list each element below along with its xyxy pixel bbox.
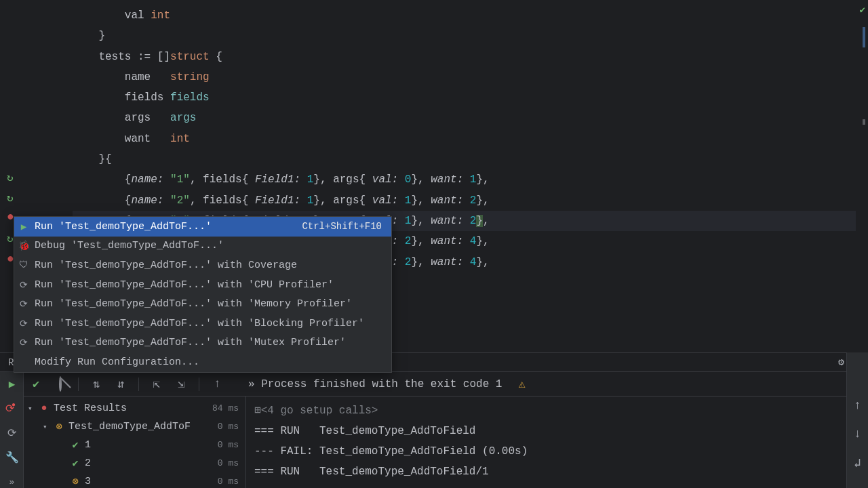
play-green-icon: ▶ (18, 221, 29, 232)
toggle-auto-icon[interactable]: ⟳ (0, 421, 24, 445)
clock-gray-icon: ⟳ (18, 298, 29, 310)
fail-icon: ⊗ (68, 475, 82, 488)
separator (78, 378, 79, 391)
analysis-ok-icon[interactable]: ✔ (860, 4, 865, 16)
tree-test[interactable]: ⊗ 3 0 ms (24, 472, 245, 488)
run-context-menu: ▶Run 'Test_demoType_AddToF...'Ctrl+Shift… (14, 216, 392, 373)
sort-icon[interactable]: ⇅ (90, 377, 103, 391)
prev-icon[interactable]: ↑ (210, 378, 224, 390)
fail-icon: ● (37, 403, 51, 414)
run-gutter-icon[interactable] (7, 171, 18, 182)
pass-icon: ✔ (68, 457, 82, 470)
run-gutter-icon[interactable] (7, 191, 18, 202)
context-menu-item[interactable]: ▶Run 'Test_demoType_AddToF...'Ctrl+Shift… (14, 217, 391, 237)
sort-alpha-icon[interactable]: ⇵ (114, 377, 127, 391)
menu-shortcut: Ctrl+Shift+F10 (302, 221, 382, 232)
menu-item-label: Run 'Test_demoType_AddToF...' with Cover… (35, 260, 382, 271)
menu-item-label: Run 'Test_demoType_AddToF...' with 'CPU … (35, 279, 382, 291)
wrench-icon[interactable]: 🔧 (0, 445, 24, 470)
editor-right-rail: ✔ (856, 0, 868, 352)
menu-item-label: Modify Run Configuration... (35, 357, 382, 368)
shield-gray-icon: 🛡 (18, 260, 29, 270)
bug-red-icon: 🐞 (18, 240, 29, 251)
context-menu-item[interactable]: Modify Run Configuration... (14, 352, 391, 372)
separator (138, 378, 139, 391)
arrow-up-icon[interactable]: ↑ (854, 399, 861, 412)
minimap-marker[interactable] (863, 27, 865, 47)
more-icon[interactable]: » (0, 470, 24, 488)
rerun-failed-icon[interactable]: ⟳● (0, 396, 24, 421)
menu-item-label: Run 'Test_demoType_AddToF...' with 'Mute… (35, 337, 382, 348)
menu-item-label: Run 'Test_demoType_AddToF...' with 'Bloc… (35, 318, 382, 329)
chevron-down-icon[interactable]: ▾ (43, 422, 52, 431)
tree-test[interactable]: ✔ 2 0 ms (24, 454, 245, 472)
test-toolbar: ✔ ⇅ ⇵ ⇱ ⇲ ↑ » Process finished with the … (24, 372, 868, 396)
menu-item-label: Run 'Test_demoType_AddToF...' (35, 221, 296, 232)
clock-gray-icon: ⟳ (18, 337, 29, 348)
context-menu-item[interactable]: ⟳Run 'Test_demoType_AddToF...' with 'Mut… (14, 333, 391, 353)
arrow-down-icon[interactable]: ↓ (854, 427, 861, 441)
warning-icon: ⚠ (518, 377, 525, 391)
fail-icon: ⊗ (52, 420, 66, 433)
context-menu-item[interactable]: ⟳Run 'Test_demoType_AddToF...' with 'Blo… (14, 314, 391, 333)
expand-icon[interactable]: ⇱ (150, 377, 163, 391)
minimap-marker[interactable] (863, 119, 865, 125)
pass-icon: ✔ (68, 439, 82, 451)
show-ignored-icon[interactable] (54, 378, 67, 390)
toolwindow-right-rail: ↑ ↓ ↲ (846, 352, 868, 488)
tree-root[interactable]: ▾ ● Test Results 84 ms (24, 399, 245, 418)
test-tree[interactable]: ▾ ● Test Results 84 ms ▾ ⊗ Test_demoType… (24, 396, 246, 488)
context-menu-item[interactable]: ⟳Run 'Test_demoType_AddToF...' with 'CPU… (14, 275, 391, 295)
collapse-icon[interactable]: ⇲ (174, 377, 188, 391)
run-toolwindow: R ⚙ — ▶ ⟳● ⟳ 🔧 » ✔ ⇅ ⇵ ⇱ ⇲ ↑ » Process f… (0, 352, 868, 488)
chevron-down-icon[interactable]: ▾ (28, 404, 37, 413)
show-passed-icon[interactable]: ✔ (29, 377, 43, 391)
menu-item-label: Run 'Test_demoType_AddToF...' with 'Memo… (35, 298, 382, 310)
tree-test[interactable]: ✔ 1 0 ms (24, 436, 245, 454)
process-status: » Process finished with the exit code 1 (248, 378, 502, 390)
rerun-icon[interactable]: ▶ (0, 372, 24, 396)
clock-gray-icon: ⟳ (18, 318, 29, 329)
context-menu-item[interactable]: 🛡Run 'Test_demoType_AddToF...' with Cove… (14, 256, 391, 275)
tree-suite[interactable]: ▾ ⊗ Test_demoType_AddToF 0 ms (24, 418, 245, 436)
soft-wrap-icon[interactable]: ↲ (854, 455, 861, 470)
test-output[interactable]: ⊞<4 go setup calls> === RUN Test_demoTyp… (246, 396, 868, 488)
separator (199, 378, 199, 391)
toolwindow-left-gutter: ▶ ⟳● ⟳ 🔧 » (0, 372, 24, 488)
menu-item-label: Debug 'Test_demoType_AddToF...' (35, 240, 382, 251)
context-menu-item[interactable]: 🐞Debug 'Test_demoType_AddToF...' (14, 237, 391, 256)
clock-gray-icon: ⟳ (18, 279, 29, 291)
context-menu-item[interactable]: ⟳Run 'Test_demoType_AddToF...' with 'Mem… (14, 294, 391, 314)
